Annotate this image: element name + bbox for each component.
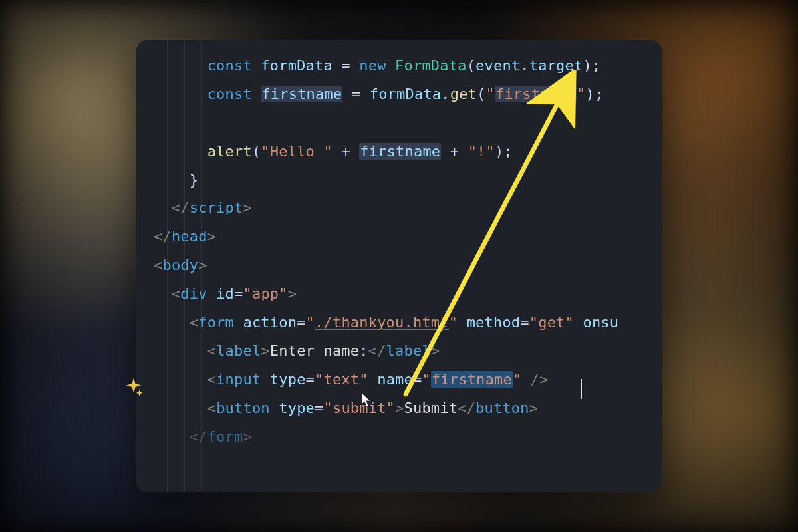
code-line[interactable]: <label>Enter name:</label> [136,337,662,366]
method-name: get [450,86,477,102]
code-editor-panel[interactable]: const formData = new FormData(event.targ… [136,40,662,492]
html-attr: action [243,314,297,331]
string-highlight: firstname [495,86,577,102]
code-line-blank[interactable] [136,109,662,138]
text-content: Submit [404,400,458,416]
code-line[interactable]: </head> [136,223,662,251]
code-line[interactable]: alert("Hello " + firstname + "!"); [136,138,662,166]
code-line[interactable]: <button type="submit">Submit</button> [136,394,662,423]
function-call: alert [207,143,252,160]
html-attr: type [270,371,306,388]
html-attr: method [467,314,521,331]
code-line[interactable]: const firstname = formData.get("firstnam… [136,80,662,109]
html-tag: form [198,314,234,331]
code-block[interactable]: const formData = new FormData(event.targ… [136,40,662,451]
html-tag: body [162,257,198,273]
html-attr-truncated: onsu [583,314,618,331]
html-tag: button [216,400,270,416]
text-content: Enter name: [270,342,368,359]
keyword-const: const [207,86,252,102]
html-attr: id [216,285,234,302]
keyword-const: const [207,57,252,74]
html-tag: form [207,428,243,445]
keyword-new: new [359,57,386,74]
code-line[interactable]: </form> [136,423,662,452]
variable-highlight: firstname [261,86,342,102]
html-tag: head [172,228,207,245]
code-line[interactable]: <form action="./thankyou.html" method="g… [136,309,662,337]
code-line[interactable]: <body> [136,251,662,280]
html-tag: input [216,371,261,388]
string-selection[interactable]: firstname [431,371,513,388]
variable-highlight: firstname [359,143,441,160]
variable-name: formData [261,57,332,74]
html-attr: name [377,371,413,388]
html-tag: script [190,200,243,216]
attr-value-link[interactable]: ./thankyou.html [315,314,449,331]
code-line[interactable]: <input type="text" name="firstname" /> [136,366,662,394]
code-line[interactable]: } [136,166,662,195]
class-name: FormData [395,57,467,74]
html-tag: label [216,342,261,359]
code-line[interactable]: <div id="app"> [136,280,662,309]
code-line[interactable]: const formData = new FormData(event.targ… [136,52,662,80]
html-attr: type [279,400,315,416]
html-tag: div [180,285,207,302]
code-line[interactable]: </script> [136,194,662,223]
